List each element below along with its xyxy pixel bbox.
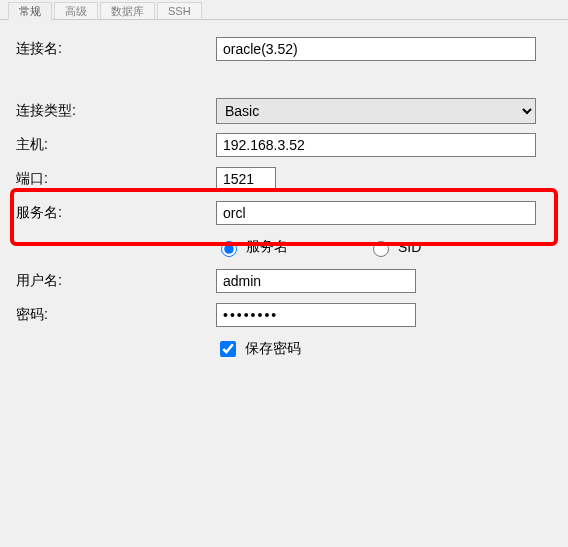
radio-option-service-name[interactable]: 服务名 [216,238,288,257]
label-connection-name: 连接名: [16,40,216,58]
input-service-name[interactable] [216,201,536,225]
form-panel: 连接名: 连接类型: Basic 主机: 端口: [0,20,568,362]
label-password: 密码: [16,306,216,324]
radio-sid[interactable] [373,241,389,257]
label-connection-type: 连接类型: [16,102,216,120]
input-connection-name[interactable] [216,37,536,61]
radio-group-service-type: 服务名 SID [216,234,552,260]
radio-option-sid[interactable]: SID [368,238,421,257]
tab-general[interactable]: 常规 [8,2,52,20]
radio-label-sid: SID [398,239,421,255]
input-password[interactable] [216,303,416,327]
tab-database[interactable]: 数据库 [100,2,155,20]
label-username: 用户名: [16,272,216,290]
label-port: 端口: [16,170,216,188]
input-host[interactable] [216,133,536,157]
label-host: 主机: [16,136,216,154]
tab-bar: 常规 高级 数据库 SSH [0,0,568,20]
input-port[interactable] [216,167,276,191]
radio-label-service-name: 服务名 [246,238,288,256]
select-connection-type[interactable]: Basic [216,98,536,124]
radio-service-name[interactable] [221,241,237,257]
label-save-password: 保存密码 [245,340,301,358]
tab-advanced[interactable]: 高级 [54,2,98,20]
tab-ssh[interactable]: SSH [157,2,202,20]
checkbox-save-password[interactable] [220,341,236,357]
label-service-name: 服务名: [16,204,216,222]
input-username[interactable] [216,269,416,293]
